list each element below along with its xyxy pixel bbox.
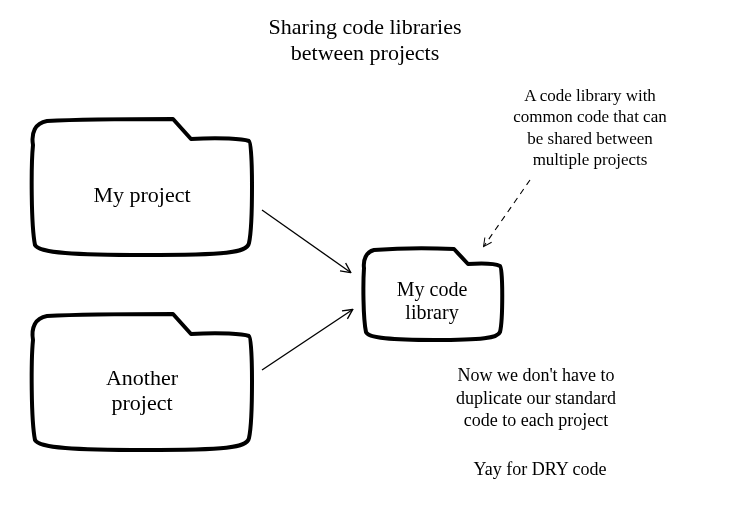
folder-another-project: Anotherproject bbox=[25, 300, 259, 456]
arrow-myproject-to-library bbox=[262, 210, 350, 272]
note-no-duplicate: Now we don't have toduplicate our standa… bbox=[412, 364, 660, 432]
arrow-note-to-library bbox=[484, 180, 530, 246]
folder-icon bbox=[25, 300, 259, 456]
arrow-anotherproject-to-library bbox=[262, 310, 352, 370]
note-tagline: Yay for DRY code bbox=[430, 458, 650, 481]
note-library-description: A code library withcommon code that canb… bbox=[480, 85, 700, 170]
folder-icon bbox=[25, 105, 259, 261]
folder-my-project: My project bbox=[25, 105, 259, 261]
folder-icon bbox=[358, 238, 506, 346]
folder-code-library: My codelibrary bbox=[358, 238, 506, 346]
diagram-title: Sharing code librariesbetween projects bbox=[200, 14, 530, 67]
